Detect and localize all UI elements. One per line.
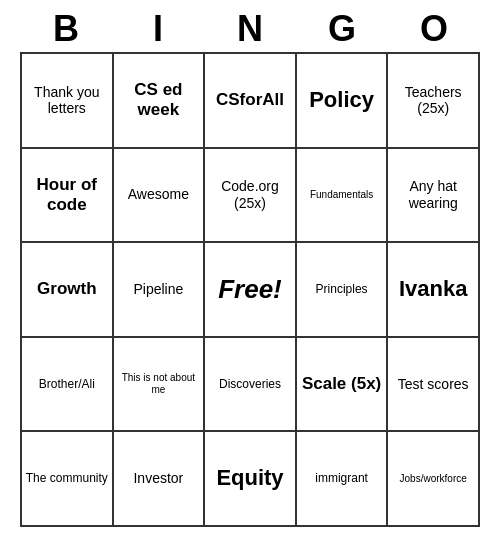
cell-r1-c3[interactable]: Fundamentals xyxy=(296,148,388,243)
cell-r2-c3[interactable]: Principles xyxy=(296,242,388,337)
bingo-letter: O xyxy=(390,8,478,50)
cell-r4-c2[interactable]: Equity xyxy=(204,431,296,526)
cell-r1-c4[interactable]: Any hat wearing xyxy=(387,148,479,243)
cell-r3-c3[interactable]: Scale (5x) xyxy=(296,337,388,432)
cell-text: Equity xyxy=(216,465,283,491)
cell-r4-c1[interactable]: Investor xyxy=(113,431,205,526)
cell-text: Thank you letters xyxy=(25,84,109,118)
cell-text: Policy xyxy=(309,87,374,113)
cell-text: CSforAll xyxy=(216,90,284,110)
cell-text: Any hat wearing xyxy=(391,178,475,212)
bingo-header: BINGO xyxy=(20,8,480,50)
cell-r4-c3[interactable]: immigrant xyxy=(296,431,388,526)
cell-text: Ivanka xyxy=(399,276,468,302)
cell-r0-c3[interactable]: Policy xyxy=(296,53,388,148)
cell-text: This is not about me xyxy=(117,372,201,396)
cell-r2-c0[interactable]: Growth xyxy=(21,242,113,337)
cell-r3-c2[interactable]: Discoveries xyxy=(204,337,296,432)
cell-r1-c1[interactable]: Awesome xyxy=(113,148,205,243)
bingo-letter: N xyxy=(206,8,294,50)
cell-text: Hour of code xyxy=(25,175,109,216)
cell-text: immigrant xyxy=(315,471,368,485)
cell-r3-c1[interactable]: This is not about me xyxy=(113,337,205,432)
cell-text: Fundamentals xyxy=(310,189,373,201)
cell-r3-c0[interactable]: Brother/Ali xyxy=(21,337,113,432)
cell-text: Brother/Ali xyxy=(39,377,95,391)
cell-text: Principles xyxy=(316,282,368,296)
cell-r2-c4[interactable]: Ivanka xyxy=(387,242,479,337)
cell-r1-c0[interactable]: Hour of code xyxy=(21,148,113,243)
cell-text: Pipeline xyxy=(133,281,183,298)
cell-text: Teachers (25x) xyxy=(391,84,475,118)
cell-text: Code.org (25x) xyxy=(208,178,292,212)
cell-r1-c2[interactable]: Code.org (25x) xyxy=(204,148,296,243)
cell-r0-c4[interactable]: Teachers (25x) xyxy=(387,53,479,148)
cell-r0-c0[interactable]: Thank you letters xyxy=(21,53,113,148)
cell-text: Discoveries xyxy=(219,377,281,391)
cell-text: Jobs/workforce xyxy=(400,473,467,485)
bingo-grid: Thank you lettersCS ed weekCSforAllPolic… xyxy=(20,52,480,527)
bingo-letter: I xyxy=(114,8,202,50)
bingo-letter: G xyxy=(298,8,386,50)
cell-text: The community xyxy=(26,471,108,485)
cell-r0-c2[interactable]: CSforAll xyxy=(204,53,296,148)
cell-text: CS ed week xyxy=(117,80,201,121)
cell-r4-c0[interactable]: The community xyxy=(21,431,113,526)
cell-text: Investor xyxy=(133,470,183,487)
cell-text: Awesome xyxy=(128,186,189,203)
cell-text: Growth xyxy=(37,279,97,299)
cell-text: Test scores xyxy=(398,376,469,393)
cell-r4-c4[interactable]: Jobs/workforce xyxy=(387,431,479,526)
cell-r2-c2[interactable]: Free! xyxy=(204,242,296,337)
bingo-letter: B xyxy=(22,8,110,50)
cell-r0-c1[interactable]: CS ed week xyxy=(113,53,205,148)
cell-text: Free! xyxy=(218,274,282,305)
cell-text: Scale (5x) xyxy=(302,374,381,394)
cell-r3-c4[interactable]: Test scores xyxy=(387,337,479,432)
cell-r2-c1[interactable]: Pipeline xyxy=(113,242,205,337)
